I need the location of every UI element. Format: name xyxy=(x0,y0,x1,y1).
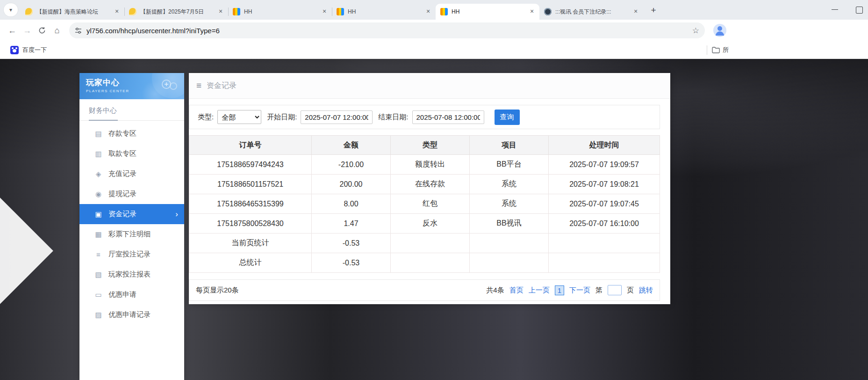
table-row: 1751886597494243-210.00额度转出BB平台2025-07-0… xyxy=(189,155,660,175)
sidebar-item[interactable]: ▥取款专区 xyxy=(79,144,184,164)
per-page-text: 每页显示20条 xyxy=(196,286,239,295)
tab-separator xyxy=(228,7,229,16)
profile-avatar[interactable] xyxy=(713,24,726,37)
all-bookmarks-label: 所 xyxy=(723,46,729,54)
sidebar-item-label: 优惠申请 xyxy=(108,290,136,299)
next-page-link[interactable]: 下一页 xyxy=(569,286,590,295)
browser-tab[interactable]: HH× xyxy=(228,4,332,20)
home-button[interactable]: ⌂ xyxy=(50,23,65,38)
forward-button[interactable]: → xyxy=(20,23,35,38)
sidebar-item-label: 取款专区 xyxy=(108,149,136,158)
bookmark-baidu[interactable]: 百度一下 xyxy=(7,44,50,56)
type-select[interactable]: 全部 xyxy=(217,110,261,124)
tab-close-icon[interactable]: × xyxy=(217,8,224,15)
address-bar[interactable]: yl756.com/hhcp/usercenter.html?iniType=6… xyxy=(69,22,705,38)
hamburger-icon: ≡ xyxy=(196,80,201,91)
browser-window: ▾ 【新提醒】海燕策略论坛×【新提醒】2025年7月5日×HH×HH×HH×::… xyxy=(0,0,868,380)
end-date-input[interactable] xyxy=(412,110,484,124)
sidebar-item[interactable]: ◈充值记录 xyxy=(79,164,184,184)
table-header-cell: 金额 xyxy=(312,136,391,155)
sidebar-item[interactable]: ◉提现记录 xyxy=(79,184,184,204)
bookmarks-divider xyxy=(707,45,707,55)
browser-tab[interactable]: 【新提醒】2025年7月5日× xyxy=(124,4,228,20)
deposit-icon: ▤ xyxy=(94,130,102,138)
tab-title: HH xyxy=(348,8,421,15)
funds-record-icon: ▣ xyxy=(94,210,102,219)
lottery-bet-detail-icon: ▦ xyxy=(94,230,102,239)
funds-record-panel: ≡ 资金记录 类型: 全部 开始日期: 结束日期: 查询 订单号金额类型项目处理… xyxy=(189,73,670,304)
tab-title: 【新提醒】2025年7月5日 xyxy=(140,8,213,16)
bookmark-label: 百度一下 xyxy=(22,46,47,54)
panel-title-bar: ≡ 资金记录 xyxy=(189,73,670,99)
table-row: 17518864653153998.00红包系统2025-07-07 19:07… xyxy=(189,194,660,214)
browser-tab[interactable]: 【新提醒】海燕策略论坛× xyxy=(21,4,124,20)
tab-title: 【新提醒】海燕策略论坛 xyxy=(36,8,109,16)
sidebar-item[interactable]: ▭优惠申请 xyxy=(79,285,184,305)
tab-title: :::视讯 会员下注纪录::: xyxy=(555,8,628,16)
table-cell: BB视讯 xyxy=(470,214,549,234)
sidebar-item-label: 资金记录 xyxy=(108,210,136,219)
new-tab-button[interactable]: + xyxy=(647,4,660,17)
table-cell xyxy=(549,234,660,253)
sidebar-item[interactable]: ▧玩家投注报表 xyxy=(79,264,184,285)
browser-tab[interactable]: HH× xyxy=(332,4,436,20)
tab-separator xyxy=(332,7,332,16)
tab-close-icon[interactable]: × xyxy=(528,8,536,15)
tab-title: HH xyxy=(452,8,524,15)
tab-close-icon[interactable]: × xyxy=(632,8,639,15)
search-button[interactable]: 查询 xyxy=(495,110,520,125)
baidu-paw-icon xyxy=(10,46,19,54)
table-cell: 200.00 xyxy=(312,175,391,194)
table-cell xyxy=(470,234,549,253)
all-bookmarks-folder-button[interactable]: 所 xyxy=(712,46,729,54)
sidebar-item[interactable]: ▣资金记录› xyxy=(79,204,184,224)
table-cell: 2025-07-07 19:09:57 xyxy=(549,155,660,175)
tab-title: HH xyxy=(244,8,317,15)
table-cell: -0.53 xyxy=(312,253,391,273)
table-cell: 红包 xyxy=(391,194,470,214)
table-cell: 2025-07-07 19:07:45 xyxy=(549,194,660,214)
page-title: 资金记录 xyxy=(207,81,237,91)
jump-page-input[interactable] xyxy=(608,285,622,295)
back-button[interactable]: ← xyxy=(5,23,20,38)
table-row: 总统计-0.53 xyxy=(189,253,660,273)
table-cell: -0.53 xyxy=(312,234,391,253)
chevron-right-icon: › xyxy=(175,210,178,219)
window-controls xyxy=(829,0,865,20)
tab-close-icon[interactable]: × xyxy=(424,8,432,15)
start-date-input[interactable] xyxy=(301,110,373,124)
globe-icon xyxy=(544,8,552,15)
sidebar-item[interactable]: ▨优惠申请记录 xyxy=(79,305,184,325)
table-cell: 总统计 xyxy=(189,253,312,273)
jump-button[interactable]: 跳转 xyxy=(639,286,653,295)
minimize-button[interactable] xyxy=(829,4,841,16)
sidebar-item[interactable]: ▦彩票下注明细 xyxy=(79,224,184,244)
sidebar-item-label: 彩票下注明细 xyxy=(108,230,151,239)
maximize-button[interactable] xyxy=(853,4,865,16)
browser-tab[interactable]: HH× xyxy=(436,4,539,20)
folder-icon xyxy=(712,47,720,53)
bookmark-star-icon[interactable]: ☆ xyxy=(692,26,699,36)
browser-tab[interactable]: :::视讯 会员下注纪录:::× xyxy=(539,4,643,20)
tab-search-chevron-icon[interactable]: ▾ xyxy=(4,3,18,16)
tab-close-icon[interactable]: × xyxy=(113,8,121,15)
table-cell: 1.47 xyxy=(312,214,391,234)
first-page-link[interactable]: 首页 xyxy=(509,286,524,295)
sidebar-item[interactable]: ▤存款专区 xyxy=(79,124,184,144)
table-header-cell: 类型 xyxy=(391,136,470,155)
forum-chat-icon xyxy=(129,8,136,15)
total-count-text: 共4条 xyxy=(486,286,504,295)
tab-close-icon[interactable]: × xyxy=(321,8,328,15)
reload-button[interactable] xyxy=(35,23,50,38)
sidebar-item[interactable]: ≡厅室投注记录 xyxy=(79,244,184,264)
background-wedge-shape xyxy=(0,165,53,337)
table-header: 订单号金额类型项目处理时间 xyxy=(189,136,660,155)
table-cell: -210.00 xyxy=(312,155,391,175)
current-page-indicator[interactable]: 1 xyxy=(555,285,564,295)
sidebar-item-label: 玩家投注报表 xyxy=(108,270,151,279)
prev-page-link[interactable]: 上一页 xyxy=(529,286,550,295)
table-cell: 1751886597494243 xyxy=(189,155,312,175)
hall-bet-record-icon: ≡ xyxy=(94,250,102,258)
table-row: 1751886501157521200.00在线存款系统2025-07-07 1… xyxy=(189,175,660,194)
forum-chat-icon xyxy=(25,8,33,15)
